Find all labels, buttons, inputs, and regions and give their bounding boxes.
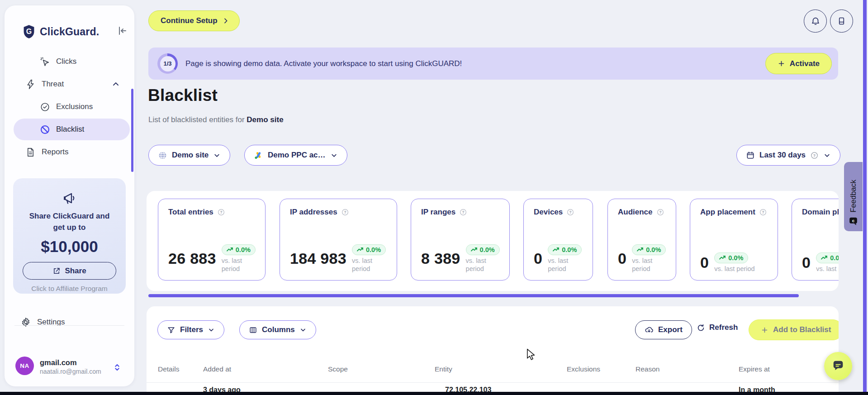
cloud-download-icon xyxy=(645,325,654,334)
affiliate-share-card[interactable]: Share ClickGuard and get up to $10,000 S… xyxy=(13,178,126,294)
plus-icon xyxy=(778,60,785,67)
feedback-tab[interactable]: Feedback c xyxy=(844,162,863,231)
ppc-account-value: Demo PPC ac… xyxy=(268,151,326,160)
export-button[interactable]: Export xyxy=(635,320,692,339)
sidebar-item-blacklist[interactable]: Blacklist xyxy=(14,119,130,140)
stat-note: vs. last period xyxy=(222,257,251,273)
stat-label: Devices xyxy=(534,208,563,217)
help-icon[interactable]: ? xyxy=(217,208,225,216)
setup-progress-step: 1/3 xyxy=(160,56,175,71)
stat-label: Audience xyxy=(618,208,653,217)
activate-button[interactable]: Activate xyxy=(765,53,832,74)
stat-note: vs. last period xyxy=(714,265,754,273)
sidebar-scrollbar[interactable] xyxy=(131,89,133,172)
plus-icon xyxy=(761,326,768,334)
page-subtitle-text: List of blacklisted entities for xyxy=(148,115,245,124)
stat-value: 184 983 xyxy=(290,250,346,267)
brand-logo: G ClickGuard. xyxy=(23,24,99,39)
ppc-account-selector[interactable]: Demo PPC ac… xyxy=(244,145,347,166)
share-button[interactable]: Share xyxy=(23,262,116,280)
filters-label: Filters xyxy=(180,325,203,334)
chat-widget-button[interactable] xyxy=(824,352,852,380)
trend-up-icon xyxy=(637,247,643,253)
help-icon[interactable]: ? xyxy=(656,208,664,216)
book-icon xyxy=(837,16,846,26)
stat-card-devices: Devices ? 0 0.0% vs. last period xyxy=(523,199,593,281)
share-button-label: Share xyxy=(65,267,86,276)
chevron-down-icon xyxy=(208,326,215,333)
shield-logo-icon: G xyxy=(23,24,35,39)
help-icon[interactable]: ? xyxy=(341,208,349,216)
sidebar-item-reports[interactable]: Reports xyxy=(25,143,69,161)
share-card-caption: Click to Affiliate Program xyxy=(31,285,108,293)
notifications-button[interactable] xyxy=(804,10,827,33)
blacklist-table-panel: Filters Columns Export Refresh Ad xyxy=(147,306,839,395)
filters-button[interactable]: Filters xyxy=(157,320,224,339)
export-label: Export xyxy=(658,325,683,334)
help-icon[interactable]: ? xyxy=(759,208,767,216)
workspace-switcher-icon[interactable] xyxy=(112,362,122,373)
lightning-icon xyxy=(25,79,36,90)
stats-panel: Total entries ? 26 883 0.0% vs. last per… xyxy=(147,191,839,291)
workspace-info: gmail.com naatali.ro@gmail.com xyxy=(40,358,101,375)
stat-card-total-entries: Total entries ? 26 883 0.0% vs. last per… xyxy=(158,199,266,281)
docs-button[interactable] xyxy=(830,10,853,33)
date-range-selector[interactable]: Last 30 days ? xyxy=(736,145,840,166)
megaphone-icon xyxy=(62,191,77,205)
sidebar-item-clicks[interactable]: Clicks xyxy=(40,52,76,71)
svg-text:?: ? xyxy=(813,153,816,157)
google-ads-icon xyxy=(254,151,263,160)
chevron-down-icon xyxy=(213,152,221,159)
stat-delta: 0.0% xyxy=(728,254,743,262)
ban-icon xyxy=(40,124,50,135)
column-header-details[interactable]: Details xyxy=(158,365,179,373)
site-selector[interactable]: Demo site xyxy=(148,145,230,166)
columns-button[interactable]: Columns xyxy=(239,320,316,339)
column-header-exclusions[interactable]: Exclusions xyxy=(567,365,600,373)
column-header-added-at[interactable]: Added at xyxy=(203,365,231,373)
trend-up-icon xyxy=(471,247,477,253)
collapse-sidebar-icon[interactable] xyxy=(117,25,128,36)
svg-text:?: ? xyxy=(659,210,661,214)
document-icon xyxy=(25,147,36,157)
stat-delta: 0.0% xyxy=(480,246,495,253)
sidebar: G ClickGuard. Clicks Threat Exclusions xyxy=(5,5,134,386)
trend-up-icon xyxy=(227,247,233,253)
chevron-down-icon xyxy=(823,152,831,159)
stat-label: IP addresses xyxy=(290,208,337,217)
help-icon[interactable]: ? xyxy=(459,208,467,216)
sidebar-divider xyxy=(14,325,124,326)
stat-note: vs. last period xyxy=(548,257,577,273)
trend-up-icon xyxy=(553,247,559,253)
stat-value: 26 883 xyxy=(168,250,216,267)
column-header-scope[interactable]: Scope xyxy=(328,365,348,373)
continue-setup-label: Continue Setup xyxy=(161,16,218,25)
column-header-expires-at[interactable]: Expires at xyxy=(739,365,770,373)
gear-icon xyxy=(20,317,31,328)
column-header-reason[interactable]: Reason xyxy=(636,365,659,373)
add-to-blacklist-button[interactable]: Add to Blacklist xyxy=(749,319,839,340)
page-subtitle: List of blacklisted entities for Demo si… xyxy=(148,115,284,124)
stat-note: vs. last period xyxy=(816,265,839,273)
date-range-value: Last 30 days xyxy=(759,151,806,160)
cards-horizontal-scrollbar[interactable] xyxy=(148,294,799,297)
continue-setup-button[interactable]: Continue Setup xyxy=(148,10,240,31)
stat-note: vs. last period xyxy=(632,257,661,273)
sidebar-item-threat[interactable]: Threat xyxy=(25,75,120,93)
stat-label: IP ranges xyxy=(421,208,455,217)
column-header-entity[interactable]: Entity xyxy=(435,365,452,373)
stat-label: Domain placement xyxy=(802,208,839,217)
stat-value: 0 xyxy=(534,250,542,267)
stat-card-audience: Audience ? 0 0.0% vs. last period xyxy=(607,199,676,281)
help-icon[interactable]: ? xyxy=(566,208,574,216)
trend-up-icon xyxy=(357,247,363,253)
calendar-icon xyxy=(746,151,755,160)
page-subtitle-target: Demo site xyxy=(247,115,283,124)
sidebar-item-settings[interactable]: Settings xyxy=(20,313,65,331)
sidebar-item-exclusions[interactable]: Exclusions xyxy=(40,98,93,116)
stat-delta: 0.0% xyxy=(830,254,839,262)
refresh-button[interactable]: Refresh xyxy=(697,323,738,332)
trend-up-icon xyxy=(821,255,827,261)
page-scrollbar[interactable] xyxy=(863,0,867,395)
avatar[interactable]: NA xyxy=(15,357,34,375)
